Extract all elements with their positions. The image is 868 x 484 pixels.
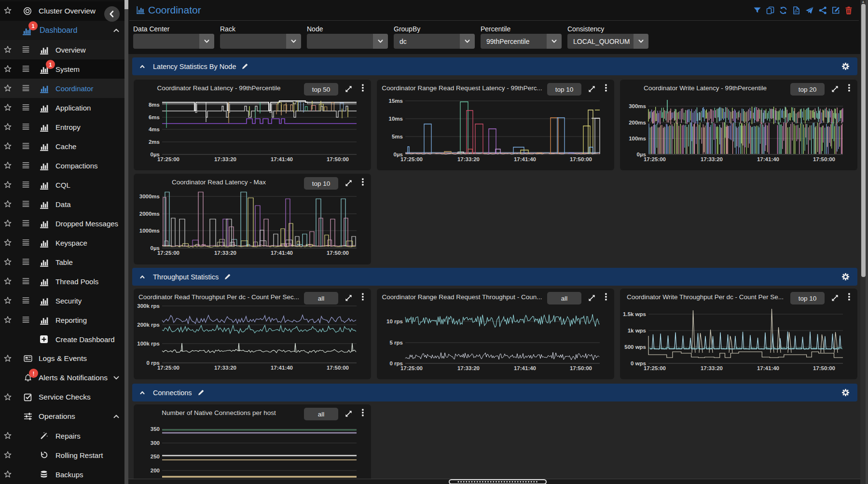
svg-text:17:25:00: 17:25:00 xyxy=(400,156,423,162)
svg-text:300: 300 xyxy=(151,440,160,446)
svg-text:17:50:00: 17:50:00 xyxy=(327,156,349,162)
svg-text:100k rps: 100k rps xyxy=(137,341,160,346)
svg-text:17:33:20: 17:33:20 xyxy=(457,156,480,162)
svg-text:300ms: 300ms xyxy=(629,103,646,109)
svg-text:5ms: 5ms xyxy=(392,134,403,139)
svg-text:1k wps: 1k wps xyxy=(628,328,646,333)
svg-text:17:33:20: 17:33:20 xyxy=(214,365,236,371)
svg-text:17:25:00: 17:25:00 xyxy=(644,365,666,371)
svg-text:350: 350 xyxy=(151,426,160,432)
svg-text:500 wps: 500 wps xyxy=(624,344,646,350)
svg-text:2ms: 2ms xyxy=(149,139,160,145)
svg-text:8ms: 8ms xyxy=(149,102,160,108)
svg-text:2000ms: 2000ms xyxy=(139,211,160,217)
svg-text:17:41:40: 17:41:40 xyxy=(271,365,293,371)
svg-text:200ms: 200ms xyxy=(629,120,646,125)
svg-text:17:41:40: 17:41:40 xyxy=(271,156,293,162)
svg-text:17:33:20: 17:33:20 xyxy=(214,250,236,256)
svg-text:17:50:00: 17:50:00 xyxy=(813,156,835,162)
svg-text:17:50:00: 17:50:00 xyxy=(327,250,349,256)
svg-text:17:41:40: 17:41:40 xyxy=(271,250,293,256)
svg-text:17:41:40: 17:41:40 xyxy=(757,156,779,162)
svg-text:250: 250 xyxy=(151,454,160,459)
svg-text:5 rps: 5 rps xyxy=(390,340,403,346)
svg-text:17:25:00: 17:25:00 xyxy=(400,365,423,371)
svg-text:200k rps: 200k rps xyxy=(137,322,160,328)
svg-text:17:33:20: 17:33:20 xyxy=(457,365,480,371)
svg-text:17:33:20: 17:33:20 xyxy=(214,156,236,162)
svg-text:17:41:40: 17:41:40 xyxy=(514,156,536,162)
svg-text:15ms: 15ms xyxy=(389,98,403,104)
svg-text:1000ms: 1000ms xyxy=(139,228,160,234)
svg-text:300k rps: 300k rps xyxy=(137,303,160,309)
svg-text:17:41:40: 17:41:40 xyxy=(514,365,536,371)
svg-text:17:33:20: 17:33:20 xyxy=(701,156,723,162)
svg-text:17:25:00: 17:25:00 xyxy=(644,156,666,162)
svg-text:10ms: 10ms xyxy=(389,116,403,122)
svg-text:6ms: 6ms xyxy=(149,114,160,120)
svg-text:17:33:20: 17:33:20 xyxy=(701,365,723,371)
svg-text:17:25:00: 17:25:00 xyxy=(157,156,179,162)
svg-text:100ms: 100ms xyxy=(629,136,646,141)
svg-text:17:50:00: 17:50:00 xyxy=(327,365,349,371)
svg-text:17:50:00: 17:50:00 xyxy=(570,156,592,162)
svg-text:17:41:40: 17:41:40 xyxy=(757,365,779,371)
svg-text:4ms: 4ms xyxy=(149,126,160,132)
svg-text:17:50:00: 17:50:00 xyxy=(570,365,592,371)
svg-text:3000ms: 3000ms xyxy=(139,194,160,199)
svg-text:200: 200 xyxy=(151,468,160,473)
svg-text:10 rps: 10 rps xyxy=(386,318,403,324)
svg-text:17:25:00: 17:25:00 xyxy=(157,365,179,371)
svg-text:17:50:00: 17:50:00 xyxy=(813,365,835,371)
svg-text:1.5k wps: 1.5k wps xyxy=(623,311,646,317)
svg-text:17:25:00: 17:25:00 xyxy=(157,250,179,256)
